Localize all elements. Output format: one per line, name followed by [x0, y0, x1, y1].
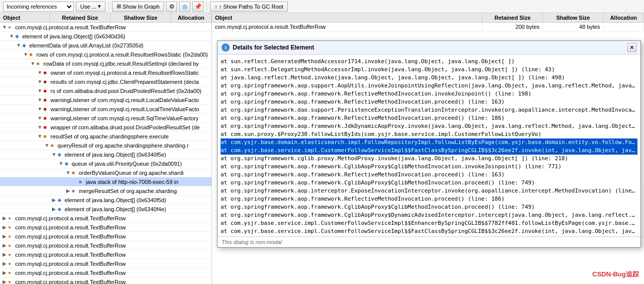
details-modal: i Details for Selected Element ✕ at sun.… — [217, 40, 641, 248]
modal-content: at sun.reflect.GeneratedMethodAccessor17… — [218, 55, 640, 236]
stack-line: at com.ysjr.base.domain.elasticsearch.im… — [221, 138, 637, 147]
stack-line: at org.springframework.aop.framework.Ref… — [221, 171, 637, 179]
stack-line: at org.springframework.dao.support.Persi… — [221, 106, 637, 114]
stack-line: at org.springframework.aop.framework.Cgl… — [221, 203, 637, 211]
modal-title-text: Details for Selected Element — [233, 44, 314, 51]
modal-info-icon: i — [222, 43, 230, 52]
modal-title-left: i Details for Selected Element — [222, 43, 314, 52]
stack-line: at org.springframework.aop.framework.Ref… — [221, 195, 637, 203]
stack-line: at org.springframework.aop.interceptor.E… — [221, 187, 637, 195]
stack-line: at com.sun.proxy.$Proxy230.followListByI… — [221, 130, 637, 138]
modal-overlay: i Details for Selected Element ✕ at sun.… — [0, 0, 644, 284]
stack-line: at org.springframework.aop.framework.Cgl… — [221, 163, 637, 171]
stack-line: at org.springframework.aop.framework.Ref… — [221, 114, 637, 122]
modal-footer: This dialog is non-modal — [218, 236, 640, 247]
stack-line: at com.ysjr.base.service.impl.CustomerFo… — [221, 219, 637, 227]
stack-line: at org.springframework.aop.framework.Ref… — [221, 98, 637, 106]
modal-close-button[interactable]: ✕ — [627, 43, 636, 52]
watermark: CSDN-Bug追踪 — [593, 270, 639, 279]
stack-line: at org.springframework.aop.framework.Cgl… — [221, 211, 637, 219]
stack-line: at org.springframework.cglib.proxy.Metho… — [221, 155, 637, 163]
stack-line: at com.ysjr.base.service.impl.CustomerFo… — [221, 147, 637, 155]
stack-line: at com.ysjr.base.service.impl.CustomerFo… — [221, 227, 637, 235]
stack-line: at sun.reflect.GeneratedMethodAccessor17… — [221, 58, 637, 66]
modal-titlebar: i Details for Selected Element ✕ — [218, 41, 640, 55]
stack-line: at java.lang.reflect.Method.invoke(java.… — [221, 74, 637, 82]
stack-line: at org.springframework.aop.framework.Ref… — [221, 90, 637, 98]
stack-line: at org.springframework.aop.framework.Cgl… — [221, 179, 637, 187]
stack-line: at sun.reflect.DelegatingMethodAccessorI… — [221, 66, 637, 74]
stack-line: at org.springframework.aop.framework.Jdk… — [221, 122, 637, 130]
stack-line: at org.springframework.aop.support.AopUt… — [221, 82, 637, 90]
